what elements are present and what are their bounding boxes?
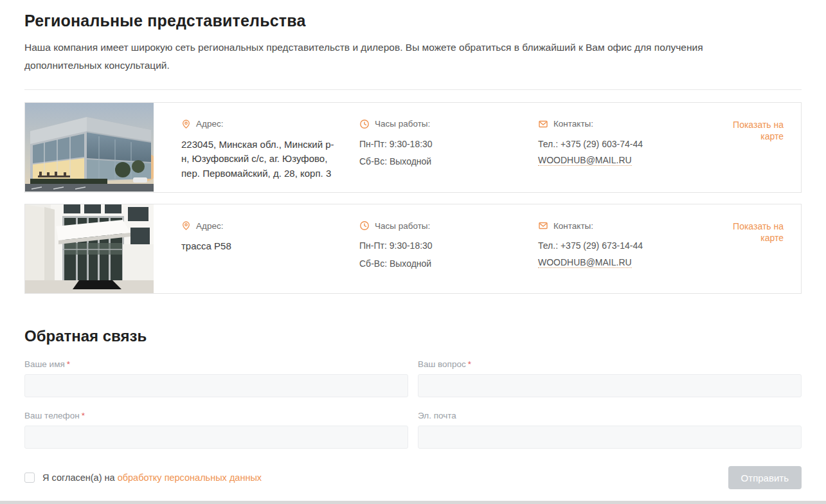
field-label: Ваше имя*	[24, 359, 408, 369]
clock-icon	[359, 119, 370, 129]
field-label: Эл. почта	[418, 411, 802, 420]
office-phone: Тел.: +375 (29) 603-74-44	[538, 138, 705, 150]
office-phone: Тел.: +375 (29) 673-14-44	[538, 239, 705, 252]
email-field-label: Эл. почта	[418, 411, 456, 420]
office-contacts: Тел.: +375 (29) 603-74-44 WOODHUB@MAIL.R…	[538, 138, 705, 166]
office-map-column: Показать на карте	[712, 103, 801, 193]
address-label: Адрес:	[196, 119, 223, 129]
contacts-label: Контакты:	[553, 119, 593, 129]
hours-weekdays: Пн-Пт: 9:30-18:30	[359, 239, 525, 252]
phone-input[interactable]	[24, 426, 408, 449]
clock-icon	[359, 221, 370, 231]
email-input[interactable]	[418, 426, 802, 449]
office-contacts-column: Контакты: Тел.: +375 (29) 603-74-44 WOOD…	[538, 103, 712, 193]
consent-row: Я согласен(а) на обработку персональных …	[24, 466, 802, 489]
office-address: трасса Р58	[181, 239, 339, 254]
question-input[interactable]	[418, 374, 802, 397]
hours-label: Часы работы:	[375, 119, 430, 129]
office-address-column: Адрес: 223045, Минская обл., Минский р-н…	[154, 103, 359, 193]
office-map-column: Показать на карте	[712, 204, 801, 293]
intro-paragraph: Наша компания имеет широкую сеть региона…	[24, 39, 751, 75]
question-field-label: Ваш вопрос	[418, 359, 466, 369]
field-label: Ваш вопрос*	[418, 359, 802, 369]
field-label: Ваш телефон*	[24, 411, 408, 420]
location-pin-icon	[181, 221, 191, 231]
hours-label: Часы работы:	[375, 221, 430, 231]
office-cards-list: Адрес: 223045, Минская обл., Минский р-н…	[24, 102, 802, 294]
required-asterisk: *	[67, 359, 70, 369]
office-contacts: Тел.: +375 (29) 673-14-44 WOODHUB@MAIL.R…	[538, 239, 705, 267]
office-photo	[25, 103, 154, 193]
office-hours-column: Часы работы: Пн-Пт: 9:30-18:30 Сб-Вс: Вы…	[359, 103, 538, 193]
envelope-icon	[538, 221, 548, 231]
required-asterisk: *	[468, 359, 471, 369]
footer-strip	[0, 501, 826, 504]
contacts-label: Контакты:	[553, 221, 593, 231]
phone-field-label: Ваш телефон	[24, 411, 80, 420]
contacts-label-row: Контакты:	[538, 221, 705, 231]
envelope-icon	[538, 119, 548, 129]
office-hours: Пн-Пт: 9:30-18:30 Сб-Вс: Выходной	[359, 138, 525, 168]
field-group-email: Эл. почта	[418, 411, 802, 449]
address-label-row: Адрес:	[181, 119, 339, 129]
required-asterisk: *	[82, 411, 85, 420]
section-divider	[24, 89, 802, 90]
office-address-column: Адрес: трасса Р58	[154, 204, 359, 293]
office-photo	[25, 204, 154, 293]
office-hours: Пн-Пт: 9:30-18:30 Сб-Вс: Выходной	[359, 239, 525, 270]
hours-label-row: Часы работы:	[359, 119, 525, 129]
main-content: Региональные представительства Наша комп…	[0, 0, 826, 501]
feedback-form: Ваше имя* Ваш вопрос* Ваш телефон* Эл. п…	[24, 359, 802, 449]
personal-data-link[interactable]: обработку персональных данных	[118, 473, 262, 483]
feedback-form-title: Обратная связь	[24, 327, 802, 345]
consent-text: Я согласен(а) на обработку персональных …	[42, 473, 262, 483]
hours-label-row: Часы работы:	[359, 221, 525, 231]
white-office-entrance-image	[25, 204, 154, 293]
office-hours-column: Часы работы: Пн-Пт: 9:30-18:30 Сб-Вс: Вы…	[359, 204, 538, 293]
office-address: 223045, Минская обл., Минский р-н, Юзуфо…	[181, 138, 339, 181]
office-contacts-column: Контакты: Тел.: +375 (29) 673-14-44 WOOD…	[538, 204, 712, 293]
consent-checkbox[interactable]	[24, 473, 35, 483]
field-group-phone: Ваш телефон*	[24, 411, 408, 449]
consent-text-static: Я согласен(а) на	[42, 473, 115, 483]
field-group-question: Ваш вопрос*	[418, 359, 802, 397]
consent-left: Я согласен(а) на обработку персональных …	[24, 473, 262, 483]
address-label-row: Адрес:	[181, 221, 339, 231]
office-email-link[interactable]: WOODHUB@MAIL.RU	[538, 257, 632, 268]
office-email-link[interactable]: WOODHUB@MAIL.RU	[538, 155, 632, 166]
field-group-name: Ваше имя*	[24, 359, 408, 397]
location-pin-icon	[181, 119, 191, 129]
glass-office-building-image	[25, 103, 154, 192]
office-card: Адрес: трасса Р58 Часы работы: Пн-Пт: 9:…	[24, 204, 802, 294]
submit-button[interactable]: Отправить	[728, 466, 802, 489]
hours-weekend: Сб-Вс: Выходной	[359, 257, 525, 270]
name-input[interactable]	[24, 374, 408, 397]
hours-weekdays: Пн-Пт: 9:30-18:30	[359, 138, 525, 150]
office-card: Адрес: 223045, Минская обл., Минский р-н…	[24, 102, 802, 194]
address-label: Адрес:	[196, 221, 223, 231]
show-on-map-link[interactable]: Показать на карте	[733, 120, 784, 141]
contacts-label-row: Контакты:	[538, 119, 705, 129]
page-title: Региональные представительства	[24, 12, 802, 30]
show-on-map-link[interactable]: Показать на карте	[733, 221, 784, 243]
hours-weekend: Сб-Вс: Выходной	[359, 155, 525, 168]
name-field-label: Ваше имя	[24, 359, 65, 369]
